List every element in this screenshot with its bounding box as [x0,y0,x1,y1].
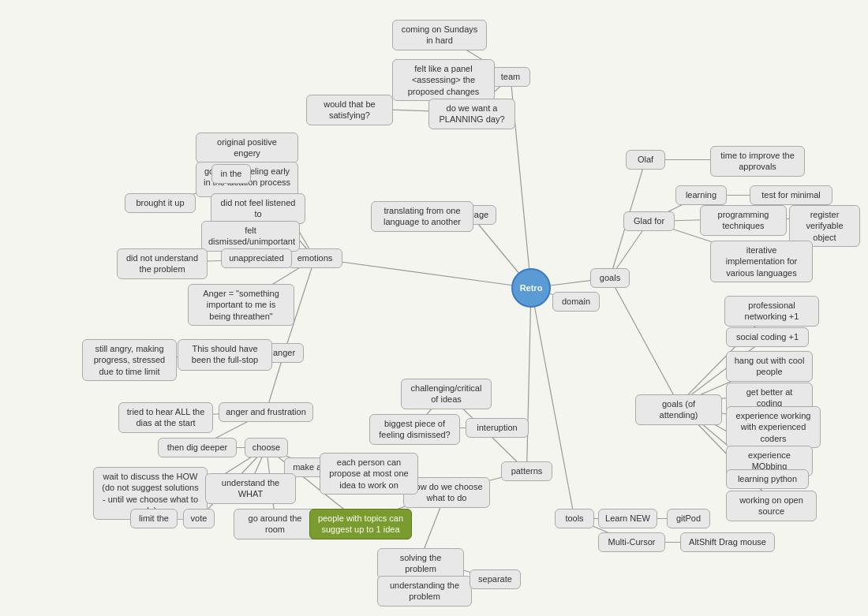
node-planning_day: do we want a PLANNING day? [428,99,515,129]
node-understand_what: understand the WHAT [205,473,296,504]
node-domain: domain [552,292,600,312]
node-vote: vote [183,509,215,528]
node-still_angry: still angry, making progress, stressed d… [82,339,177,381]
node-felt_panel: felt like a panel <assessing> the propos… [392,59,495,101]
node-original_positive: original positive engery [196,133,298,163]
node-olaf: Olaf [626,150,665,170]
node-emotions: emotions [287,248,342,268]
node-tried_hear: tried to hear ALL the dias at the start [118,402,213,433]
node-unappreciated: unappreciated [221,248,292,268]
node-learning: learning [675,185,727,205]
node-translating: translating from one language to another [371,201,473,232]
node-programming_tech: programming techniques [700,205,787,236]
node-multi_cursor: Multi-Cursor [598,532,665,552]
node-people_topics: people with topics can suggest up to 1 i… [309,509,412,539]
node-gitpod: gitPod [667,509,710,528]
node-inthe: in the [211,164,251,184]
svg-line-2 [527,288,532,472]
node-professional: professional networking +1 [724,296,819,327]
node-goals_attending: goals (of attending) [635,394,722,425]
node-tools: tools [555,509,594,528]
node-should_fullstop: This should have been the full-stop [178,339,272,371]
node-anger_something: Anger = "something important to me is be… [188,284,294,326]
node-hang_cool: hang out with cool people [726,351,813,382]
node-each_person: each person can propose at most one idea… [320,453,418,495]
node-working_opensource: working on open source [726,491,817,521]
node-separate: separate [470,569,521,589]
node-would_satisfying: would that be satisfying? [306,95,393,125]
node-altshift: AltShift Drag mouse [680,532,775,552]
svg-line-4 [315,259,531,289]
mindmap-canvas: Retrogoalsdomainpatternstoolsemotionslan… [0,0,868,616]
node-experience_working: experience working with experienced code… [726,406,821,448]
node-goals: goals [590,268,630,288]
node-go_around: go around the room [234,509,316,539]
node-test_minimal: test for minimal [750,185,832,205]
svg-line-14 [610,278,679,405]
node-solving_problem: solving the problem [377,548,464,579]
node-learn_new: Learn NEW [598,509,657,528]
node-time_improve: time to improve the approvals [710,146,805,177]
node-biggest_piece: biggest piece of feeling dismissed? [369,414,460,445]
node-understanding_problem: understanding the problem [377,576,472,607]
node-retro: Retro [511,268,551,308]
node-then_dig: then dig deeper [158,438,237,457]
node-interuption: interuption [466,418,529,438]
node-coming_sundays: coming on Sundays in hard [392,20,487,50]
node-patterns: patterns [501,461,552,481]
node-not_understand: did not understand the problem [117,248,208,279]
node-team: team [491,67,530,87]
svg-line-3 [531,288,574,519]
node-challenging: challenging/critical of ideas [401,379,492,409]
node-learning_python: learning python [726,469,809,489]
node-brought_up: brought it up [125,193,196,213]
node-limit_the: limit the [130,509,178,528]
node-social_coding: social coding +1 [726,327,809,347]
node-choose: choose [245,438,288,457]
node-glad_for: Glad for [623,211,675,231]
node-not_listened: did not feel listened to [211,193,305,224]
node-felt_dismissed: felt dismissed/unimportant [201,221,300,252]
node-iterative: iterative implementation for various lan… [710,241,813,282]
node-anger_frustration: anger and frustration [219,402,313,422]
